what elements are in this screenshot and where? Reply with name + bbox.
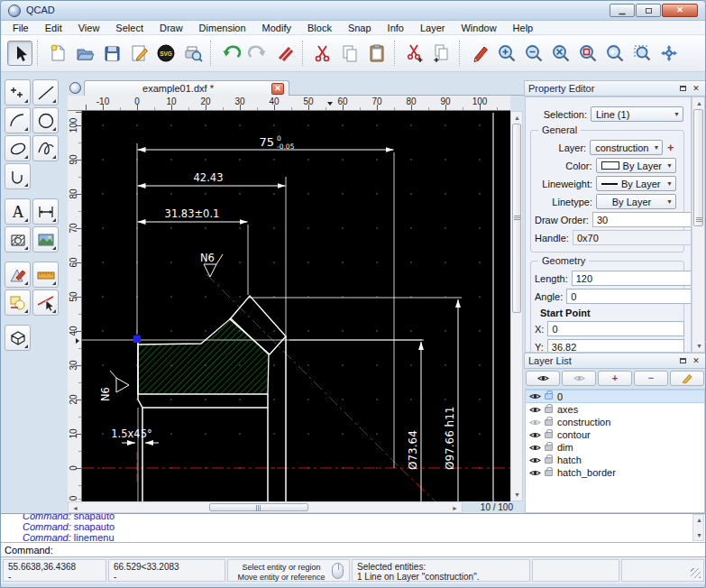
menu-snap[interactable]: Snap	[340, 22, 380, 34]
zoom-window-button[interactable]	[629, 41, 655, 66]
maximize-button[interactable]	[636, 4, 661, 17]
scroll-right-arrow[interactable]: ►	[452, 505, 458, 511]
add-layer-button[interactable]: +	[665, 141, 676, 154]
layer-row-0[interactable]: 0	[526, 390, 704, 403]
close-button[interactable]: ✕	[662, 4, 698, 17]
layer-row-construction[interactable]: construction	[526, 416, 704, 428]
menu-dimension[interactable]: Dimension	[191, 22, 254, 34]
start-x-input[interactable]	[547, 321, 684, 336]
vertical-scroll-thumb[interactable]	[512, 124, 521, 313]
menu-window[interactable]: Window	[453, 22, 504, 34]
layer-list-close-button[interactable]: ✕	[691, 355, 701, 366]
menu-layer[interactable]: Layer	[412, 22, 454, 34]
modify-tool-button[interactable]	[5, 262, 31, 288]
drawing-canvas[interactable]: 75 0 -0.05 42.43 31.83±0.1 1.5x45° N6 N6…	[82, 111, 510, 501]
zoom-out-button[interactable]	[521, 41, 546, 66]
save-as-button[interactable]	[126, 41, 151, 66]
cut-button[interactable]	[310, 41, 335, 66]
lineweight-combo[interactable]: By Layer	[596, 176, 676, 191]
linetype-combo[interactable]: By Layer	[596, 194, 676, 209]
svg-export-button[interactable]: SVG	[153, 41, 179, 66]
layer-visibility-icon[interactable]	[529, 406, 541, 414]
selection-reference-point[interactable]	[133, 335, 141, 343]
canvas-horizontal-scrollbar[interactable]: ◄ ►	[68, 501, 463, 513]
arc-tool-button[interactable]	[5, 107, 31, 133]
layer-lock-icon[interactable]	[545, 445, 553, 451]
menu-info[interactable]: Info	[380, 22, 412, 34]
add-layer-list-button[interactable]: +	[598, 371, 632, 386]
selection-arrow-button[interactable]	[7, 41, 32, 66]
hatch-tool-button[interactable]	[5, 226, 31, 253]
minimize-button[interactable]: ▁	[610, 4, 635, 17]
pan-button[interactable]	[656, 41, 682, 66]
layer-row-axes[interactable]: axes	[526, 403, 704, 416]
layer-lock-icon[interactable]	[545, 419, 553, 426]
layer-lock-icon[interactable]	[545, 470, 553, 476]
layer-visibility-icon[interactable]	[529, 431, 541, 439]
color-combo[interactable]: By Layer	[596, 158, 676, 173]
layer-visibility-off-icon[interactable]	[529, 418, 541, 427]
layer-lock-icon[interactable]	[545, 457, 553, 464]
property-editor-scrollbar[interactable]: ▲ ▼	[692, 96, 705, 353]
copy-with-reference-button[interactable]	[429, 41, 454, 66]
property-editor-float-button[interactable]	[677, 83, 688, 94]
angle-input[interactable]	[566, 289, 692, 304]
layer-row-dim[interactable]: dim	[526, 441, 704, 454]
point-tool-button[interactable]	[5, 79, 31, 106]
menu-edit[interactable]: Edit	[37, 22, 70, 34]
layer-visibility-icon[interactable]	[529, 444, 541, 452]
print-preview-button[interactable]	[180, 41, 206, 66]
paste-button[interactable]	[364, 41, 390, 66]
scroll-down-arrow[interactable]: ▼	[514, 492, 520, 498]
history-scrollbar[interactable]: ▲ ▼	[692, 514, 704, 541]
menu-help[interactable]: Help	[505, 22, 542, 34]
show-all-layers-button[interactable]	[526, 371, 560, 386]
resize-grip[interactable]	[691, 568, 701, 578]
layer-row-hatch-border[interactable]: hatch_border	[526, 466, 704, 479]
document-tab-close-button[interactable]: ✕	[271, 83, 284, 95]
property-editor-close-button[interactable]: ✕	[691, 83, 701, 94]
menu-block[interactable]: Block	[299, 22, 340, 34]
solid-tool-button[interactable]	[5, 325, 31, 351]
length-input[interactable]	[572, 271, 692, 286]
open-file-button[interactable]	[72, 41, 97, 66]
ellipse-tool-button[interactable]	[5, 135, 31, 161]
hide-all-layers-button[interactable]	[562, 371, 596, 386]
canvas-vertical-scrollbar[interactable]: ▲ ▼	[510, 111, 523, 501]
layer-visibility-icon[interactable]	[529, 392, 541, 400]
layer-visibility-icon[interactable]	[529, 456, 541, 464]
pe-scroll-down-arrow[interactable]: ▼	[696, 343, 702, 349]
pe-scroll-thumb[interactable]	[693, 109, 703, 226]
draw-order-input[interactable]	[592, 212, 692, 227]
layer-lock-icon[interactable]	[545, 432, 553, 438]
zoom-previous-button[interactable]	[602, 41, 628, 66]
new-file-button[interactable]	[45, 41, 70, 66]
menu-view[interactable]: View	[70, 22, 108, 34]
save-button[interactable]	[99, 41, 124, 66]
spline-tool-button[interactable]	[32, 135, 59, 161]
start-y-input[interactable]	[547, 339, 684, 353]
layer-list-float-button[interactable]	[677, 355, 688, 366]
history-scroll-down[interactable]: ▼	[696, 532, 702, 538]
layer-row-hatch[interactable]: hatch	[526, 454, 704, 466]
line-tool-button[interactable]	[32, 79, 59, 106]
polyline-tool-button[interactable]	[5, 163, 31, 189]
layer-lock-icon[interactable]	[545, 393, 553, 400]
remove-layer-button[interactable]: −	[634, 371, 668, 386]
zoom-auto-button[interactable]	[548, 41, 573, 66]
history-scroll-up[interactable]: ▲	[696, 517, 702, 523]
property-editor-title-bar[interactable]: Property Editor ✕	[524, 80, 706, 96]
menu-file[interactable]: File	[5, 22, 37, 34]
selection-combo[interactable]: Line (1)	[591, 106, 683, 122]
text-tool-button[interactable]: A	[5, 198, 31, 225]
document-tab[interactable]: example01.dxf * ✕	[84, 80, 289, 96]
delete-button[interactable]	[272, 41, 298, 66]
copy-button[interactable]	[337, 41, 362, 66]
redo-button[interactable]	[245, 41, 270, 66]
undo-button[interactable]	[218, 41, 243, 66]
remove-entity-tool-button[interactable]	[32, 289, 59, 316]
menu-draw[interactable]: Draw	[151, 22, 191, 34]
edit-layer-button[interactable]	[670, 371, 704, 386]
dimension-tool-button[interactable]	[32, 198, 59, 225]
command-input[interactable]	[57, 544, 706, 556]
